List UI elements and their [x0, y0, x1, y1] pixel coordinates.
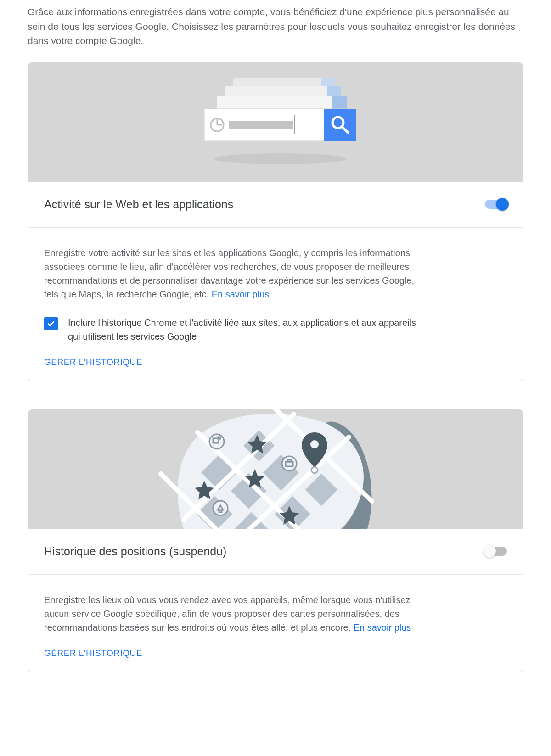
svg-point-32	[209, 434, 224, 449]
web-activity-toggle[interactable]	[485, 200, 507, 209]
manage-history-button-1[interactable]: GÉRER L'HISTORIQUE	[44, 357, 142, 367]
location-history-header-row: Historique des positions (suspendu)	[28, 529, 523, 575]
include-chrome-row: Inclure l'historique Chrome et l'activit…	[44, 316, 507, 343]
check-icon	[46, 319, 56, 328]
location-history-title: Historique des positions (suspendu)	[44, 545, 226, 558]
map-illustration	[28, 409, 523, 529]
web-activity-title: Activité sur le Web et les applications	[44, 198, 233, 211]
toggle-knob	[483, 545, 496, 558]
toggle-knob	[496, 198, 509, 211]
svg-rect-10	[229, 121, 293, 129]
svg-rect-12	[324, 109, 356, 141]
include-chrome-checkbox[interactable]	[44, 317, 58, 330]
include-chrome-label: Inclure l'historique Chrome et l'activit…	[68, 316, 426, 343]
manage-history-button-2[interactable]: GÉRER L'HISTORIQUE	[44, 648, 142, 658]
web-activity-header-row: Activité sur le Web et les applications	[28, 182, 523, 228]
intro-text: Grâce aux informations enregistrées dans…	[28, 5, 523, 48]
search-illustration	[28, 62, 523, 182]
web-activity-description: Enregistre votre activité sur les sites …	[44, 246, 421, 301]
svg-point-30	[310, 440, 319, 448]
web-activity-learn-more-link[interactable]: En savoir plus	[212, 289, 270, 299]
location-history-learn-more-link[interactable]: En savoir plus	[354, 622, 411, 633]
web-app-activity-card: Activité sur le Web et les applications …	[28, 62, 523, 381]
svg-point-15	[214, 153, 347, 164]
location-history-card: Historique des positions (suspendu) Enre…	[28, 409, 523, 672]
svg-point-38	[213, 501, 228, 515]
web-activity-body: Enregistre votre activité sur les sites …	[28, 228, 523, 381]
location-history-toggle[interactable]	[485, 547, 507, 556]
location-history-description: Enregistre les lieux où vous vous rendez…	[44, 593, 421, 634]
location-history-body: Enregistre les lieux où vous vous rendez…	[28, 575, 523, 672]
svg-point-35	[282, 456, 297, 471]
